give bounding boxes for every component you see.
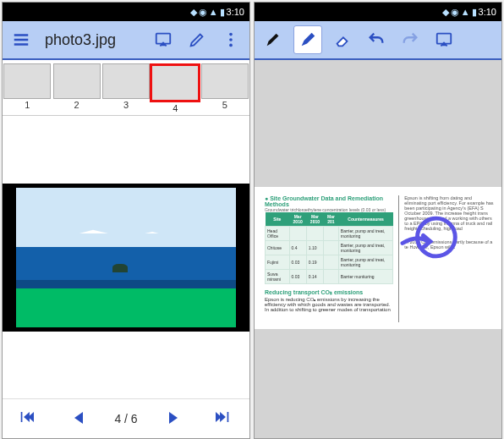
gps-icon: ◆ bbox=[442, 7, 449, 18]
overflow-icon[interactable] bbox=[217, 26, 244, 53]
pen-thin-icon[interactable] bbox=[260, 26, 287, 53]
annotation-toolbar bbox=[255, 21, 501, 60]
battery-icon: ▮ bbox=[472, 7, 477, 18]
first-button[interactable] bbox=[14, 412, 42, 426]
svg-point-3 bbox=[229, 44, 233, 47]
menu-button[interactable] bbox=[8, 26, 35, 53]
wifi-icon: ◉ bbox=[199, 7, 207, 18]
photo-frame bbox=[3, 184, 249, 332]
cast-icon[interactable] bbox=[150, 26, 177, 53]
doc-heading: ● Site Groundwater Data and Remediation … bbox=[265, 195, 393, 207]
status-time: 3:10 bbox=[479, 7, 496, 17]
nav-bar: 4 / 6 bbox=[3, 398, 249, 438]
thumbnail-2[interactable]: 2 bbox=[52, 63, 101, 113]
prev-button[interactable] bbox=[64, 412, 93, 426]
eraser-icon[interactable] bbox=[329, 26, 356, 53]
toolbar: photo3.jpg bbox=[3, 21, 249, 60]
marker-icon[interactable] bbox=[293, 25, 322, 54]
document-page: ● Site Groundwater Data and Remediation … bbox=[255, 187, 501, 329]
undo-icon[interactable] bbox=[363, 26, 390, 53]
status-bar: ◆ ◉ ▲ ▮ 3:10 bbox=[255, 3, 501, 21]
svg-point-2 bbox=[229, 38, 233, 41]
image-viewer[interactable] bbox=[3, 116, 249, 398]
doc-paragraph: Epson is reducing CO₂ emissions by incre… bbox=[265, 296, 393, 312]
thumbnail-5[interactable]: 5 bbox=[200, 63, 249, 113]
svg-point-1 bbox=[229, 33, 233, 36]
battery-icon: ▮ bbox=[220, 7, 225, 18]
doc-column-right: Epson is shifting from dating and elimin… bbox=[398, 195, 495, 322]
gps-icon: ◆ bbox=[190, 7, 197, 18]
next-button[interactable] bbox=[159, 412, 188, 426]
page-title: photo3.jpg bbox=[41, 31, 143, 49]
wifi-icon: ◉ bbox=[451, 7, 459, 18]
thumbnail-strip: 1 2 3 4 5 bbox=[3, 60, 249, 116]
cast-icon[interactable] bbox=[430, 26, 457, 53]
redo-icon[interactable] bbox=[397, 26, 424, 53]
doc-subheading: Groundwater trichloroethylene concentrat… bbox=[265, 207, 393, 212]
phone-left: ◆ ◉ ▲ ▮ 3:10 photo3.jpg 1 2 3 4 5 bbox=[2, 2, 250, 439]
edit-icon[interactable] bbox=[184, 26, 211, 53]
signal-icon: ▲ bbox=[209, 7, 218, 17]
document-canvas[interactable]: ● Site Groundwater Data and Remediation … bbox=[255, 60, 501, 438]
status-bar: ◆ ◉ ▲ ▮ 3:10 bbox=[3, 3, 249, 21]
phone-right: ◆ ◉ ▲ ▮ 3:10 ● Site Groundwater Data and… bbox=[254, 2, 502, 439]
last-button[interactable] bbox=[210, 412, 238, 426]
thumbnail-3[interactable]: 3 bbox=[101, 63, 151, 113]
thumbnail-1[interactable]: 1 bbox=[3, 63, 52, 113]
data-table: SiteMar 2010Mar 2010Mar 201Countermeasur… bbox=[265, 212, 393, 284]
signal-icon: ▲ bbox=[461, 7, 470, 17]
page-indicator: 4 / 6 bbox=[114, 412, 137, 425]
photo-crater-lake bbox=[16, 188, 236, 327]
doc-heading2: Reducing transport CO₂ emissions bbox=[265, 289, 393, 296]
thumbnail-4[interactable]: 4 bbox=[151, 63, 200, 113]
status-time: 3:10 bbox=[227, 7, 244, 17]
